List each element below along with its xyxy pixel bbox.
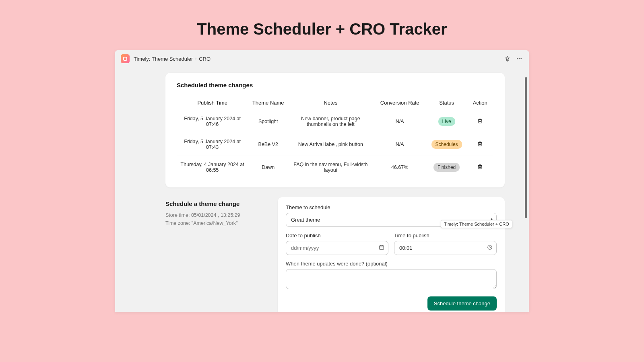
- cell-rate: N/A: [373, 110, 427, 133]
- schedule-table: Publish Time Theme Name Notes Conversion…: [177, 96, 493, 179]
- cell-theme: Dawn: [248, 156, 288, 179]
- app-logo-icon: [121, 54, 130, 63]
- trash-icon[interactable]: [477, 165, 483, 171]
- theme-select-label: Theme to schedule: [286, 204, 497, 210]
- app-header: Timely: Theme Scheduler + CRO: [115, 50, 529, 67]
- table-row: Friday, 5 January 2024 at 07:46Spotlight…: [177, 110, 493, 133]
- time-input-label: Time to publish: [394, 232, 497, 239]
- svg-point-2: [519, 58, 520, 60]
- app-body: Scheduled theme changes Publish Time The…: [115, 67, 529, 312]
- card-title: Scheduled theme changes: [177, 82, 493, 88]
- cell-status: Schedules: [427, 133, 467, 156]
- scrollbar[interactable]: [525, 77, 527, 218]
- time-input[interactable]: [394, 241, 497, 255]
- schedule-info-title: Schedule a theme change: [165, 200, 268, 207]
- cell-rate: N/A: [373, 133, 427, 156]
- trash-icon[interactable]: [477, 119, 483, 125]
- cell-theme: BeBe V2: [248, 133, 288, 156]
- trash-icon[interactable]: [477, 142, 483, 148]
- cell-theme: Spotlight: [248, 110, 288, 133]
- cell-status: Finished: [427, 156, 467, 179]
- cell-publish-time: Friday, 5 January 2024 at 07:46: [177, 110, 248, 133]
- table-row: Thursday, 4 January 2024 at 06:55DawnFAQ…: [177, 156, 493, 179]
- schedule-form-card: Theme to schedule Great theme ▴▾ Date to…: [278, 197, 505, 312]
- col-conversion-rate: Conversion Rate: [373, 96, 427, 110]
- date-input[interactable]: [286, 241, 388, 255]
- status-badge: Live: [438, 117, 455, 126]
- cell-action: [466, 156, 493, 179]
- date-input-label: Date to publish: [286, 232, 388, 239]
- cell-notes: FAQ in the nav menu, Full-widsth layout: [288, 156, 373, 179]
- store-time-label: Store time: 05/01/2024 , 13:25:29: [165, 211, 268, 219]
- page-title: Theme Scheduler + CRO Tracker: [0, 0, 644, 50]
- app-window: Timely: Theme Scheduler + CRO Scheduled …: [115, 50, 529, 312]
- col-status: Status: [427, 96, 467, 110]
- svg-point-1: [517, 58, 518, 60]
- schedule-submit-button[interactable]: Schedule theme change: [427, 296, 497, 311]
- scheduled-changes-card: Scheduled theme changes Publish Time The…: [165, 73, 505, 187]
- cell-publish-time: Thursday, 4 January 2024 at 06:55: [177, 156, 248, 179]
- cell-notes: New Arrival label, pink button: [288, 133, 373, 156]
- cell-status: Live: [427, 110, 467, 133]
- status-badge: Schedules: [431, 140, 462, 149]
- schedule-info: Schedule a theme change Store time: 05/0…: [165, 197, 268, 227]
- notes-textarea-label: When theme updates were done? (optional): [286, 261, 497, 267]
- svg-point-3: [520, 58, 522, 60]
- cell-notes: New banner, product page thumbnails on t…: [288, 110, 373, 133]
- timezone-label: Time zone: "America/New_York": [165, 219, 268, 227]
- notes-textarea[interactable]: [286, 269, 497, 289]
- cell-action: [466, 133, 493, 156]
- status-badge: Finished: [433, 163, 460, 172]
- col-theme-name: Theme Name: [248, 96, 288, 110]
- cell-publish-time: Friday, 5 January 2024 at 07:43: [177, 133, 248, 156]
- col-publish-time: Publish Time: [177, 96, 248, 110]
- app-name-label: Timely: Theme Scheduler + CRO: [134, 56, 499, 62]
- col-action: Action: [466, 96, 493, 110]
- col-notes: Notes: [288, 96, 373, 110]
- cell-action: [466, 110, 493, 133]
- table-row: Friday, 5 January 2024 at 07:43BeBe V2Ne…: [177, 133, 493, 156]
- cell-rate: 46.67%: [373, 156, 427, 179]
- pin-icon[interactable]: [503, 55, 511, 63]
- tooltip: Timely: Theme Scheduler + CRO: [441, 220, 512, 228]
- more-icon[interactable]: [515, 55, 523, 63]
